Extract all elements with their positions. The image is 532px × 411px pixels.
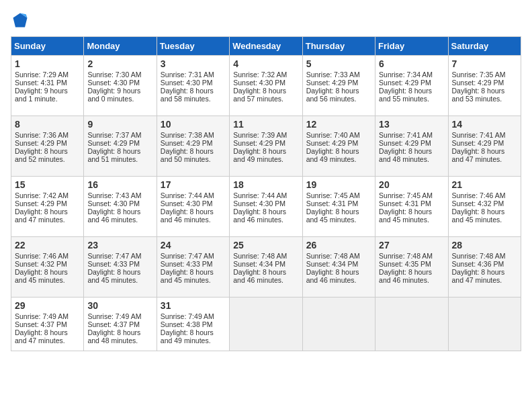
day-info: Sunrise: 7:39 AM — [233, 131, 298, 139]
day-info: and 50 minutes. — [161, 155, 226, 163]
day-number: 9 — [87, 119, 152, 130]
day-info: Daylight: 8 hours — [87, 147, 152, 155]
calendar-cell: 5Sunrise: 7:33 AMSunset: 4:29 PMDaylight… — [302, 56, 375, 116]
day-info: and 56 minutes. — [306, 95, 371, 103]
day-info: and 46 minutes. — [306, 276, 371, 284]
day-info: Sunrise: 7:40 AM — [306, 131, 371, 139]
day-info: Sunset: 4:29 PM — [452, 139, 517, 147]
day-info: Daylight: 8 hours — [306, 208, 371, 216]
day-info: Sunset: 4:32 PM — [15, 260, 80, 268]
calendar-cell: 17Sunrise: 7:44 AMSunset: 4:30 PMDayligh… — [157, 177, 229, 237]
day-info: Sunset: 4:29 PM — [306, 79, 371, 87]
day-info: Daylight: 8 hours — [233, 268, 298, 276]
day-info: Sunrise: 7:48 AM — [452, 252, 517, 260]
day-info: Sunset: 4:29 PM — [306, 139, 371, 147]
day-info: Sunrise: 7:45 AM — [306, 191, 371, 199]
day-info: Sunset: 4:29 PM — [379, 139, 444, 147]
day-info: Daylight: 8 hours — [233, 208, 298, 216]
calendar-cell: 23Sunrise: 7:47 AMSunset: 4:33 PMDayligh… — [84, 237, 157, 298]
day-info: Sunset: 4:36 PM — [452, 260, 517, 268]
day-number: 10 — [161, 119, 226, 130]
calendar-cell: 7Sunrise: 7:35 AMSunset: 4:29 PMDaylight… — [448, 56, 521, 116]
day-number: 13 — [379, 119, 444, 130]
day-info: Daylight: 8 hours — [161, 268, 226, 276]
day-info: Sunset: 4:29 PM — [233, 139, 298, 147]
day-info: Sunset: 4:29 PM — [15, 199, 80, 208]
day-info: Sunrise: 7:31 AM — [161, 71, 226, 79]
day-info: Daylight: 8 hours — [233, 147, 298, 155]
calendar-cell: 25Sunrise: 7:48 AMSunset: 4:34 PMDayligh… — [230, 237, 302, 298]
day-info: Daylight: 8 hours — [452, 208, 517, 216]
day-number: 26 — [306, 240, 371, 250]
day-info: Sunrise: 7:42 AM — [15, 191, 80, 199]
day-info: and 45 minutes. — [15, 276, 80, 284]
calendar-cell: 1Sunrise: 7:29 AMSunset: 4:31 PMDaylight… — [11, 56, 84, 116]
day-info: Daylight: 8 hours — [161, 87, 226, 95]
weekday-header: Thursday — [302, 37, 375, 56]
day-number: 6 — [379, 58, 444, 69]
day-info: and 45 minutes. — [379, 216, 444, 224]
day-info: Sunset: 4:30 PM — [161, 79, 226, 87]
day-info: Sunrise: 7:44 AM — [233, 191, 298, 199]
day-info: and 46 minutes. — [233, 216, 298, 224]
day-info: and 45 minutes. — [161, 276, 226, 284]
day-info: and 46 minutes. — [379, 276, 444, 284]
day-info: Sunset: 4:37 PM — [15, 320, 80, 328]
calendar-cell: 21Sunrise: 7:46 AMSunset: 4:32 PMDayligh… — [448, 177, 521, 237]
day-info: and 52 minutes. — [15, 155, 80, 163]
day-info: Daylight: 8 hours — [87, 268, 152, 276]
day-info: and 0 minutes. — [87, 95, 152, 103]
calendar-cell: 31Sunrise: 7:49 AMSunset: 4:38 PMDayligh… — [157, 298, 229, 351]
day-info: Sunset: 4:32 PM — [452, 199, 517, 208]
day-info: Daylight: 8 hours — [379, 208, 444, 216]
calendar-cell: 16Sunrise: 7:43 AMSunset: 4:30 PMDayligh… — [84, 177, 157, 237]
day-info: Sunset: 4:30 PM — [87, 79, 152, 87]
day-info: Sunrise: 7:37 AM — [87, 131, 152, 139]
day-number: 19 — [306, 179, 371, 190]
day-info: Sunrise: 7:48 AM — [233, 252, 298, 260]
day-info: Sunrise: 7:46 AM — [452, 191, 517, 199]
calendar-cell: 22Sunrise: 7:46 AMSunset: 4:32 PMDayligh… — [11, 237, 84, 298]
day-info: Daylight: 8 hours — [161, 147, 226, 155]
day-info: Daylight: 8 hours — [87, 328, 152, 336]
day-info: Daylight: 8 hours — [161, 208, 226, 216]
day-info: Sunrise: 7:29 AM — [15, 71, 80, 79]
day-number: 3 — [161, 58, 226, 69]
day-number: 27 — [379, 240, 444, 250]
calendar-cell: 29Sunrise: 7:49 AMSunset: 4:37 PMDayligh… — [11, 298, 84, 351]
calendar-cell: 30Sunrise: 7:49 AMSunset: 4:37 PMDayligh… — [84, 298, 157, 351]
day-number: 14 — [452, 119, 517, 130]
weekday-header: Tuesday — [157, 37, 229, 56]
weekday-header: Saturday — [448, 37, 521, 56]
day-info: Sunset: 4:30 PM — [233, 199, 298, 208]
calendar-cell: 11Sunrise: 7:39 AMSunset: 4:29 PMDayligh… — [230, 116, 302, 177]
day-info: Daylight: 8 hours — [15, 147, 80, 155]
day-info: Sunset: 4:29 PM — [452, 79, 517, 87]
day-info: Daylight: 8 hours — [15, 208, 80, 216]
day-info: Sunrise: 7:30 AM — [87, 71, 152, 79]
day-number: 21 — [452, 179, 517, 190]
day-info: Sunset: 4:29 PM — [87, 139, 152, 147]
day-info: Sunset: 4:38 PM — [161, 320, 226, 328]
day-info: Sunrise: 7:46 AM — [15, 252, 80, 260]
day-info: Sunset: 4:30 PM — [161, 199, 226, 208]
day-info: and 49 minutes. — [306, 155, 371, 163]
day-info: Sunset: 4:30 PM — [87, 199, 152, 208]
day-number: 28 — [452, 240, 517, 250]
day-info: Daylight: 8 hours — [452, 147, 517, 155]
calendar-cell: 28Sunrise: 7:48 AMSunset: 4:36 PMDayligh… — [448, 237, 521, 298]
day-info: and 57 minutes. — [233, 95, 298, 103]
calendar-cell: 13Sunrise: 7:41 AMSunset: 4:29 PMDayligh… — [375, 116, 448, 177]
calendar-cell — [448, 298, 521, 351]
day-info: and 45 minutes. — [452, 216, 517, 224]
calendar-cell: 10Sunrise: 7:38 AMSunset: 4:29 PMDayligh… — [157, 116, 229, 177]
day-info: Sunrise: 7:49 AM — [87, 312, 152, 320]
day-info: Sunset: 4:29 PM — [15, 139, 80, 147]
day-info: and 47 minutes. — [15, 216, 80, 224]
day-info: and 48 minutes. — [379, 155, 444, 163]
calendar-table: SundayMondayTuesdayWednesdayThursdayFrid… — [11, 36, 521, 351]
day-info: and 49 minutes. — [233, 155, 298, 163]
day-number: 23 — [87, 240, 152, 250]
day-info: Sunrise: 7:43 AM — [87, 191, 152, 199]
day-info: Sunrise: 7:38 AM — [161, 131, 226, 139]
